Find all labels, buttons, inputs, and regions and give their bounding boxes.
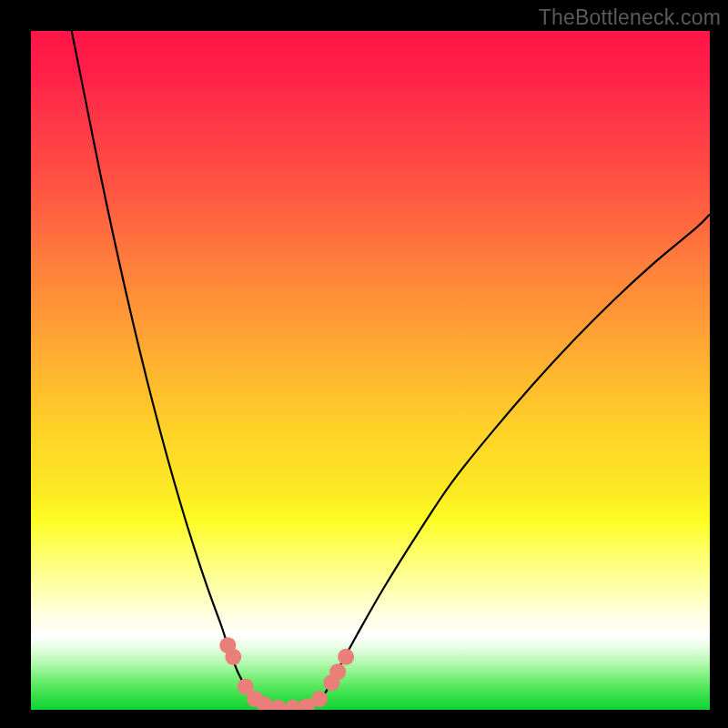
watermark-text: TheBottleneck.com	[539, 5, 721, 30]
valley-marker	[311, 691, 328, 707]
bottleneck-curve	[31, 31, 710, 710]
curve-line	[72, 31, 710, 709]
valley-marker	[329, 663, 346, 680]
plot-area	[31, 31, 710, 710]
valley-marker	[270, 700, 287, 710]
valley-marker	[225, 649, 241, 665]
valley-marker	[338, 649, 354, 665]
valley-markers	[219, 637, 354, 710]
chart-frame: TheBottleneck.com	[0, 0, 728, 728]
